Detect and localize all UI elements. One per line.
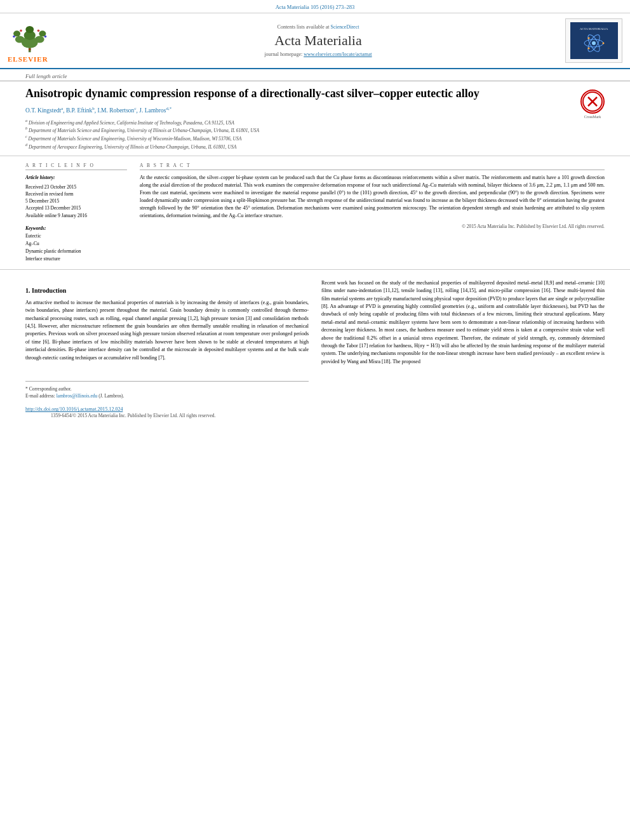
elsevier-tree-icon xyxy=(8,19,55,54)
article-title-section: Anisotropic dynamic compression response… xyxy=(0,81,630,156)
intro-para1: An attractive method to increase the mec… xyxy=(25,299,309,362)
crossmark-label: CrossMark xyxy=(584,115,601,119)
svg-point-12 xyxy=(44,35,47,37)
article-type: Full length article xyxy=(0,69,630,81)
affiliation-d: d Department of Aerospace Engineering, U… xyxy=(25,142,571,150)
svg-point-8 xyxy=(29,48,31,50)
affiliation-a: a Division of Engineering and Applied Sc… xyxy=(25,118,571,126)
keywords-label: Keywords: xyxy=(25,225,127,231)
sciencedirect-link[interactable]: ScienceDirect xyxy=(331,24,359,30)
svg-text:ACTA MATERIALIA: ACTA MATERIALIA xyxy=(579,27,608,30)
spacer xyxy=(0,270,630,279)
crossmark-box: CrossMark xyxy=(580,90,605,119)
bottom-copyright: 1359-6454/© 2015 Acta Materialia Inc. Pu… xyxy=(25,410,241,425)
acta-logo: ACTA MATERIALIA xyxy=(565,18,622,63)
journal-title: Acta Materialia xyxy=(77,32,559,49)
homepage-link[interactable]: www.elsevier.com/locate/actamat xyxy=(304,51,372,57)
body-two-col: 1. Introduction An attractive method to … xyxy=(0,279,630,406)
keyword-1: Eutectic xyxy=(25,232,127,240)
intro-para2: Recent work has focused on the study of … xyxy=(321,279,605,366)
article-info-col: A R T I C L E I N F O Article history: R… xyxy=(25,163,127,263)
svg-point-3 xyxy=(25,26,34,33)
article-history: Article history: Received 23 October 201… xyxy=(25,174,127,219)
article-info-abstract: A R T I C L E I N F O Article history: R… xyxy=(0,156,630,270)
article-info-heading: A R T I C L E I N F O xyxy=(25,163,127,170)
svg-point-5 xyxy=(35,36,44,43)
footnote-divider xyxy=(25,381,309,385)
keyword-4: Interface structure xyxy=(25,255,127,263)
revised-date-row: 5 December 2015 xyxy=(25,197,127,204)
journal-header: ELSEVIER Contents lists available at Sci… xyxy=(0,13,630,69)
article-main-title: Anisotropic dynamic compression response… xyxy=(25,86,571,101)
elsevier-name: ELSEVIER xyxy=(8,55,48,63)
journal-homepage: journal homepage: www.elsevier.com/locat… xyxy=(77,51,559,57)
svg-point-18 xyxy=(592,41,596,45)
affiliation-c: c Department of Materials Science and En… xyxy=(25,134,571,142)
citation-text: Acta Materialia 105 (2016) 273–283 xyxy=(276,4,355,10)
contents-available: Contents lists available at ScienceDirec… xyxy=(77,24,559,30)
received-row: Received 23 October 2015 xyxy=(25,183,127,190)
intro-section: 1. Introduction An attractive method to … xyxy=(25,286,309,362)
svg-point-11 xyxy=(13,35,15,37)
svg-point-19 xyxy=(602,43,604,44)
journal-center: Contents lists available at ScienceDirec… xyxy=(77,24,559,57)
crossmark-svg xyxy=(582,91,603,112)
section-title: 1. Introduction xyxy=(25,286,309,295)
affiliation-b: b Department of Materials Science and En… xyxy=(25,126,571,134)
article-authors: O.T. Kingstedta, B.P. Eftinkb, I.M. Robe… xyxy=(25,106,571,114)
crossmark-icon xyxy=(580,90,605,114)
svg-point-20 xyxy=(587,37,589,39)
footnote-corresponding: * Corresponding author. xyxy=(25,385,309,392)
footnote-email: E-mail address: lambros@illinois.edu (J.… xyxy=(25,392,309,399)
doi-section: http://dx.doi.org/10.1016/j.actamat.2015… xyxy=(0,406,630,425)
citation-bar: Acta Materialia 105 (2016) 273–283 xyxy=(0,0,630,13)
svg-point-9 xyxy=(20,29,22,32)
elsevier-logo: ELSEVIER xyxy=(8,19,65,63)
body-left-col: 1. Introduction An attractive method to … xyxy=(25,279,309,400)
keyword-3: Dynamic plastic deformation xyxy=(25,248,127,255)
abstract-col: A B S T R A C T At the eutectic composit… xyxy=(140,163,605,263)
available-row: Available online 9 January 2016 xyxy=(25,212,127,219)
history-label: Article history: xyxy=(25,174,127,182)
abstract-heading: A B S T R A C T xyxy=(140,163,605,170)
svg-point-4 xyxy=(15,36,25,43)
svg-point-10 xyxy=(37,29,40,32)
keywords-section: Keywords: Eutectic Ag–Cu Dynamic plastic… xyxy=(25,225,127,263)
keyword-2: Ag–Cu xyxy=(25,240,127,248)
svg-point-21 xyxy=(587,48,589,50)
body-right-col: Recent work has focused on the study of … xyxy=(321,279,605,400)
footnote-email-link[interactable]: lambros@illinois.edu xyxy=(57,393,99,399)
revised-row: Received in revised form xyxy=(25,190,127,197)
abstract-copyright: © 2015 Acta Materialia Inc. Published by… xyxy=(140,223,605,229)
abstract-text: At the eutectic composition, the silver–… xyxy=(140,174,605,220)
accepted-row: Accepted 13 December 2015 xyxy=(25,204,127,211)
article-title-text: Anisotropic dynamic compression response… xyxy=(25,86,571,150)
acta-logo-icon: ACTA MATERIALIA xyxy=(570,22,618,59)
page: Acta Materialia 105 (2016) 273–283 xyxy=(0,0,630,425)
affiliations: a Division of Engineering and Applied Sc… xyxy=(25,118,571,150)
